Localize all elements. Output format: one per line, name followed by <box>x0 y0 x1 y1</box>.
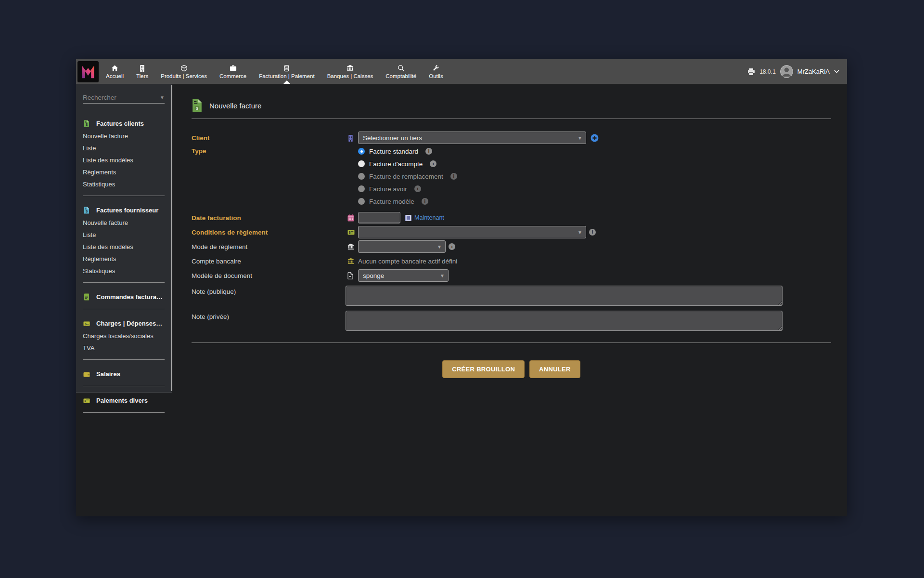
payment-terms-select[interactable]: ▼ <box>358 226 586 238</box>
form-row-client: Client Sélectionner un tiers ▼ <box>192 131 831 145</box>
sidebar-item-reglements[interactable]: Règlements <box>83 169 166 175</box>
wallet-icon <box>83 371 90 377</box>
bank-notice: Aucun compte bancaire actif défini <box>358 258 457 265</box>
form-row-note-private: Note (privée) <box>192 311 831 331</box>
home-icon <box>111 64 118 72</box>
sidebar-item-nouvelle-facture-f[interactable]: Nouvelle facture <box>83 220 166 226</box>
logo-m-icon <box>79 64 97 79</box>
sidebar-item-liste[interactable]: Liste <box>83 145 166 151</box>
form-row-conditions: Conditions de règlement $ ▼ <box>192 225 831 239</box>
user-menu-chevron-icon[interactable] <box>834 70 839 73</box>
building-icon <box>139 64 145 72</box>
form-row-date: Date facturation Maintenant <box>192 210 831 225</box>
add-thirdparty-button[interactable] <box>590 134 599 142</box>
radio-disabled-icon <box>358 198 365 205</box>
bank-olive-icon <box>347 258 358 264</box>
note-private-textarea[interactable] <box>346 311 783 331</box>
radio-unselected-icon[interactable] <box>358 160 365 167</box>
pdf-file-icon <box>347 272 358 279</box>
info-icon[interactable] <box>450 173 457 180</box>
info-icon[interactable] <box>414 185 421 192</box>
info-icon[interactable] <box>430 160 436 167</box>
search-dropdown-caret-icon[interactable]: ▼ <box>160 95 165 100</box>
invoice-date-input[interactable] <box>358 212 400 223</box>
search-input[interactable] <box>83 94 160 101</box>
sidebar-search: ▼ <box>83 94 165 104</box>
app-logo[interactable] <box>77 61 99 82</box>
sidebar-item-tva[interactable]: TVA <box>83 345 166 351</box>
sidebar-section-paiements-divers[interactable]: $ Paiements divers <box>83 397 166 404</box>
form-row-bank: Compte bancaire Aucun compte bancaire ac… <box>192 254 831 268</box>
top-navbar: Accueil Tiers Produits | Services Commer… <box>76 59 847 84</box>
sidebar-section-factures-clients[interactable]: $ Factures clients <box>83 120 166 127</box>
mode-label: Mode de règlement <box>192 243 347 250</box>
user-avatar[interactable] <box>780 65 793 78</box>
info-icon[interactable] <box>422 198 428 205</box>
datepicker-icon[interactable] <box>405 215 411 221</box>
username-label: MrZaKaRiA <box>797 68 830 75</box>
sidebar-section-salaires[interactable]: Salaires <box>83 370 166 378</box>
money-check-icon: $ <box>83 321 90 326</box>
money-bill-icon: $ <box>83 398 90 403</box>
page-title: $ Nouvelle facture <box>192 99 831 112</box>
radio-facture-acompte[interactable]: Facture d'acompte <box>358 158 457 170</box>
sidebar-item-liste-modeles[interactable]: Liste des modèles <box>83 157 166 163</box>
nav-produits-services[interactable]: Produits | Services <box>154 59 213 84</box>
info-icon[interactable] <box>425 148 432 155</box>
sidebar-item-reglements-f[interactable]: Règlements <box>83 256 166 262</box>
cancel-button[interactable]: ANNULER <box>529 360 580 378</box>
info-icon[interactable] <box>589 229 596 236</box>
sidebar-section-factures-fournisseur[interactable]: $ Factures fournisseur <box>83 207 166 214</box>
sidebar-item-charges-fiscales[interactable]: Charges fiscales/sociales <box>83 333 166 339</box>
now-link[interactable]: Maintenant <box>414 214 444 221</box>
svg-text:$: $ <box>196 106 198 111</box>
print-icon[interactable] <box>747 68 755 76</box>
sidebar-divider <box>83 196 165 196</box>
app-window: Accueil Tiers Produits | Services Commer… <box>76 59 847 516</box>
sidebar-divider <box>83 282 165 283</box>
payment-mode-select[interactable]: ▼ <box>358 240 446 253</box>
date-label: Date facturation <box>192 214 347 222</box>
navbar-right-controls: 18.0.1 MrZaKaRiA <box>747 59 847 84</box>
sidebar-item-statistiques-f[interactable]: Statistiques <box>83 268 166 274</box>
sidebar-divider <box>83 359 165 360</box>
sidebar-item-liste-modeles-f[interactable]: Liste des modèles <box>83 244 166 250</box>
sidebar-divider <box>83 412 165 413</box>
form-row-mode: Mode de règlement ▼ <box>192 239 831 254</box>
cube-icon <box>180 64 188 72</box>
form-row-doc-model: Modèle de document sponge ▼ <box>192 268 831 283</box>
note-public-textarea[interactable] <box>346 286 783 306</box>
version-label: 18.0.1 <box>759 68 775 75</box>
nav-comptabilite[interactable]: Comptabilité <box>379 59 423 84</box>
radio-facture-standard[interactable]: Facture standard <box>358 145 457 158</box>
nav-accueil[interactable]: Accueil <box>100 59 130 84</box>
nav-facturation-paiement[interactable]: Facturation | Paiement <box>253 59 321 84</box>
svg-text:$: $ <box>349 231 351 235</box>
radio-selected-icon[interactable] <box>358 148 365 155</box>
note-private-label: Note (privée) <box>192 311 346 320</box>
conditions-label: Conditions de règlement <box>192 229 347 236</box>
nav-outils[interactable]: Outils <box>423 59 449 84</box>
sidebar-item-liste-f[interactable]: Liste <box>83 232 166 238</box>
bottom-separator <box>192 342 831 343</box>
sidebar-scrollbar[interactable] <box>171 85 172 391</box>
nav-banques-caisses[interactable]: Banques | Caisses <box>321 59 380 84</box>
bank-label: Compte bancaire <box>192 258 347 265</box>
bank-icon <box>346 64 354 72</box>
briefcase-icon <box>230 64 237 72</box>
sidebar-divider <box>83 309 165 309</box>
select-caret-icon: ▼ <box>578 135 582 141</box>
sidebar-item-nouvelle-facture[interactable]: Nouvelle facture <box>83 133 166 139</box>
sidebar-divider <box>83 386 165 386</box>
client-select[interactable]: Sélectionner un tiers ▼ <box>358 131 586 144</box>
info-icon[interactable] <box>449 243 455 250</box>
sidebar-section-charges[interactable]: $ Charges | Dépenses… <box>83 320 166 327</box>
wrench-icon <box>432 64 439 72</box>
sidebar-item-statistiques[interactable]: Statistiques <box>83 181 166 187</box>
sidebar-section-commandes[interactable]: Commandes factura… <box>83 293 166 301</box>
doc-model-select[interactable]: sponge ▼ <box>358 269 449 282</box>
invoice-green-icon: $ <box>83 120 90 127</box>
nav-tiers[interactable]: Tiers <box>130 59 154 84</box>
create-draft-button[interactable]: CRÉER BROUILLON <box>442 360 525 378</box>
nav-commerce[interactable]: Commerce <box>213 59 253 84</box>
